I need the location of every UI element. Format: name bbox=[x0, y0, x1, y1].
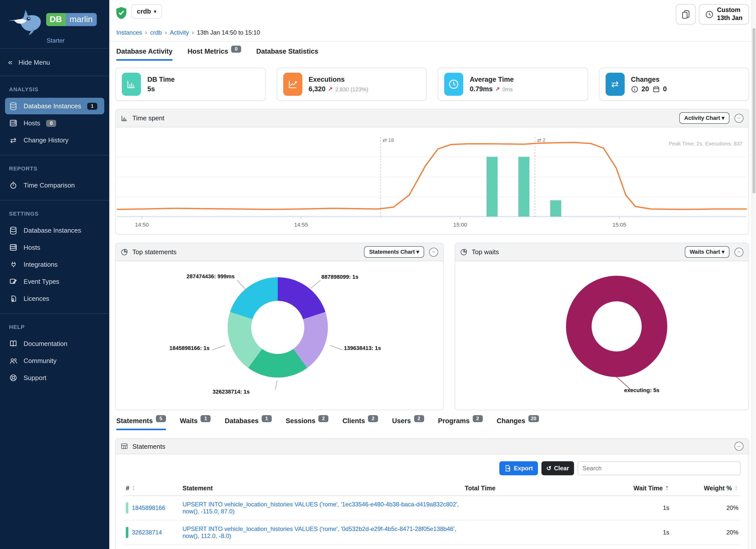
tab-label: Database Statistics bbox=[256, 48, 318, 55]
activity-chart-dropdown[interactable]: Activity Chart ▾ bbox=[679, 113, 729, 124]
server-icon bbox=[9, 243, 18, 252]
brand-db: DB bbox=[46, 13, 65, 26]
search-input[interactable] bbox=[578, 462, 740, 476]
sidebar-item-label: Community bbox=[24, 357, 57, 364]
tab-changes[interactable]: Changes20 bbox=[497, 417, 539, 430]
tab-badge: 2 bbox=[473, 415, 483, 422]
collapse-panel-icon[interactable]: − bbox=[734, 114, 743, 123]
time-range-button[interactable]: Custom 13th Jan bbox=[699, 4, 749, 25]
instance-selector[interactable]: crdb ▾ bbox=[131, 4, 162, 19]
statement-text-link[interactable]: UPSERT INTO vehicle_location_histories V… bbox=[182, 501, 459, 515]
time-spent-chart[interactable]: 14:5014:5515:0015:05⇄ 18⇄ 2 bbox=[117, 131, 748, 233]
tab-users[interactable]: Users2 bbox=[392, 417, 424, 430]
card-delta: 0ms bbox=[502, 86, 513, 92]
breadcrumb-current: 13th Jan 14:50 to 15:10 bbox=[197, 29, 260, 36]
collapse-panel-icon[interactable]: − bbox=[429, 248, 438, 257]
col-header-total-time[interactable]: Total Time bbox=[463, 482, 572, 496]
svg-text:15:00: 15:00 bbox=[453, 222, 467, 228]
statement-text-link[interactable]: UPSERT INTO vehicle_location_histories V… bbox=[182, 526, 456, 540]
export-button[interactable]: Export bbox=[499, 462, 538, 476]
section-settings: SETTINGS Database Instances Hosts Integr… bbox=[0, 201, 109, 313]
sort-icon bbox=[734, 486, 738, 491]
sidebar-item-change-history[interactable]: ⇄ Change History bbox=[5, 132, 104, 148]
tab-database-activity[interactable]: Database Activity bbox=[116, 48, 172, 61]
sidebar-item-label: Event Types bbox=[24, 278, 59, 285]
changes-info-count: 20 bbox=[641, 85, 649, 93]
tab-sessions[interactable]: Sessions2 bbox=[286, 417, 329, 430]
detail-tabs: Statements5 Waits1 Databases1 Sessions2 … bbox=[109, 410, 756, 430]
pie-chart-icon bbox=[460, 249, 467, 256]
vertical-scrollbar[interactable] bbox=[751, 0, 756, 549]
sort-icon bbox=[131, 486, 136, 491]
sidebar-item-database-instances-settings[interactable]: Database Instances bbox=[5, 222, 104, 239]
sidebar-item-event-types[interactable]: Event Types bbox=[5, 273, 104, 290]
chevron-down-icon: ▾ bbox=[154, 9, 156, 14]
col-header-weight[interactable]: Weight % bbox=[671, 482, 740, 496]
tab-waits[interactable]: Waits1 bbox=[180, 417, 211, 430]
card-value: 6,320 bbox=[309, 85, 326, 93]
donut-label: executing: 5s bbox=[624, 387, 659, 393]
col-header-wait-time[interactable]: Wait Time bbox=[572, 482, 671, 496]
breadcrumb-crdb[interactable]: crdb bbox=[150, 29, 162, 36]
people-icon bbox=[9, 356, 18, 365]
bar-chart-icon bbox=[122, 73, 141, 96]
tab-badge: 1 bbox=[262, 415, 272, 422]
tab-label: Database Activity bbox=[116, 48, 172, 55]
main-tabs: Database Activity Host Metrics0 Database… bbox=[109, 42, 756, 61]
sidebar-item-support[interactable]: Support bbox=[5, 370, 104, 386]
col-header-id[interactable]: # bbox=[124, 482, 180, 496]
statement-id-link[interactable]: 326238714 bbox=[132, 529, 162, 536]
life-ring-icon bbox=[9, 374, 18, 382]
count-badge: 0 bbox=[46, 120, 56, 127]
breadcrumb-instances[interactable]: Instances bbox=[116, 29, 142, 36]
waits-chart-dropdown[interactable]: Waits Chart ▾ bbox=[685, 246, 729, 258]
table-row[interactable]: 139638413 SELECT city, id FROM vehicles … bbox=[124, 545, 740, 549]
donut-label: 139638413: 1s bbox=[344, 345, 381, 351]
sidebar-item-hosts-settings[interactable]: Hosts bbox=[5, 239, 104, 256]
sidebar-item-community[interactable]: Community bbox=[5, 352, 104, 369]
table-row[interactable]: 1845898166 UPSERT INTO vehicle_location_… bbox=[124, 496, 740, 520]
sidebar-item-licences[interactable]: Licences bbox=[5, 290, 104, 307]
scrollbar-thumb[interactable] bbox=[752, 28, 755, 194]
sidebar-item-database-instances[interactable]: Database Instances 1 bbox=[5, 98, 104, 114]
tab-label: Databases bbox=[225, 417, 259, 425]
statements-table-panel: Statements − Export ↺ Clear # Stat bbox=[115, 438, 749, 549]
statements-chart-dropdown[interactable]: Statements Chart ▾ bbox=[364, 246, 424, 258]
card-title: Executions bbox=[309, 76, 368, 83]
time-range-line2: 13th Jan bbox=[717, 14, 742, 21]
sidebar-item-label: Database Instances bbox=[24, 227, 81, 234]
sidebar-item-integrations[interactable]: Integrations bbox=[5, 256, 104, 273]
waits-donut-chart[interactable]: executing: 5s bbox=[455, 261, 748, 410]
breadcrumb: Instances›crdb›Activity›13th Jan 14:50 t… bbox=[115, 25, 749, 41]
tab-databases[interactable]: Databases1 bbox=[225, 417, 272, 430]
tab-database-statistics[interactable]: Database Statistics bbox=[256, 48, 318, 61]
hide-menu-button[interactable]: « Hide Menu bbox=[0, 49, 109, 76]
card-average-time: Average Time 0.79ms ↗ 0ms bbox=[438, 68, 588, 101]
clear-button[interactable]: ↺ Clear bbox=[541, 462, 574, 476]
svg-text:14:50: 14:50 bbox=[135, 222, 149, 228]
tab-statements[interactable]: Statements5 bbox=[116, 417, 166, 430]
plug-icon bbox=[9, 260, 18, 269]
breadcrumb-activity[interactable]: Activity bbox=[170, 29, 189, 36]
statement-id-link[interactable]: 1845898166 bbox=[132, 505, 165, 512]
sidebar-item-documentation[interactable]: Documentation bbox=[5, 335, 104, 352]
sidebar-item-time-comparison[interactable]: Time Comparison bbox=[5, 177, 104, 194]
tab-programs[interactable]: Programs2 bbox=[438, 417, 483, 430]
statements-donut-chart[interactable]: 287474436: 999ms 887898099: 1s 184589816… bbox=[116, 261, 443, 410]
card-changes: ⇄ Changes 20 0 bbox=[599, 68, 749, 101]
svg-text:14:55: 14:55 bbox=[294, 222, 308, 228]
table-row[interactable]: 326238714 UPSERT INTO vehicle_location_h… bbox=[124, 520, 740, 545]
collapse-panel-icon[interactable]: − bbox=[734, 248, 743, 257]
sidebar-item-label: Documentation bbox=[24, 340, 67, 347]
statement-color-chip bbox=[126, 527, 128, 538]
col-header-statement[interactable]: Statement bbox=[180, 482, 463, 496]
swap-arrows-icon: ⇄ bbox=[9, 136, 18, 144]
collapse-panel-icon[interactable]: − bbox=[734, 442, 743, 451]
copy-link-button[interactable] bbox=[676, 4, 696, 25]
tab-label: Users bbox=[392, 417, 411, 425]
sidebar-item-hosts[interactable]: Hosts 0 bbox=[5, 115, 104, 131]
svg-text:⇄ 2: ⇄ 2 bbox=[537, 138, 545, 143]
tab-host-metrics[interactable]: Host Metrics0 bbox=[187, 48, 241, 61]
sidebar-item-label: Integrations bbox=[24, 261, 58, 268]
tab-clients[interactable]: Clients2 bbox=[342, 417, 378, 430]
